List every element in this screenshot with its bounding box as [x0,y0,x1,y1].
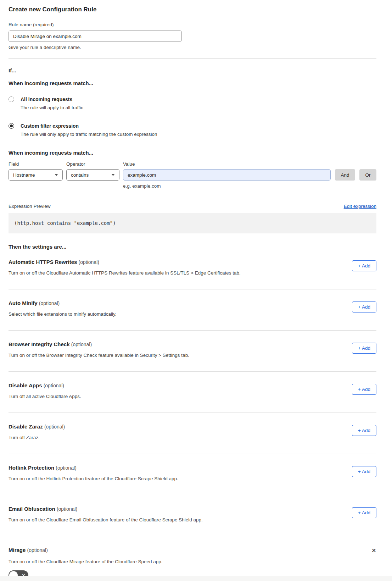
then-settings-heading: Then the settings are... [9,243,376,250]
setting-disable-zaraz: Disable Zaraz (optional) Turn off Zaraz.… [9,413,376,454]
setting-automatic-https-rewrites: Automatic HTTPS Rewrites (optional) Turn… [9,250,376,289]
setting-description: Turn on or off the Cloudflare Automatic … [9,270,241,276]
edit-expression-link[interactable]: Edit expression [344,203,376,209]
add-button[interactable]: + Add [352,425,376,436]
builder-heading: When incoming requests match... [9,149,376,156]
rule-name-helper: Give your rule a descriptive name. [9,45,376,50]
close-icon[interactable]: ✕ [371,548,376,554]
optional-tag: (optional) [71,342,92,347]
optional-tag: (optional) [56,465,76,471]
chevron-down-icon [55,174,58,176]
setting-browser-integrity-check: Browser Integrity Check (optional) Turn … [9,331,376,372]
optional-tag: (optional) [44,424,65,430]
setting-email-obfuscation: Email Obfuscation (optional) Turn on or … [9,495,376,536]
radio-label: Custom filter expression [21,123,157,129]
operator-select-value: contains [71,172,89,178]
field-label: Field [9,161,63,167]
radio-label: All incoming requests [21,96,83,103]
if-heading: If... [9,67,376,74]
expression-preview-code: (http.host contains "example.com") [9,213,376,233]
value-helper: e.g. example.com [123,183,376,189]
rule-name-label: Rule name (required) [9,22,376,28]
setting-description: Turn off all active Cloudflare Apps. [9,394,81,399]
create-configuration-rule-page: Create new Configuration Rule Rule name … [0,6,392,581]
setting-name: Auto Minify (optional) [9,300,116,306]
expression-preview-label: Expression Preview [9,203,51,209]
setting-name: Disable Apps (optional) [9,382,81,389]
chevron-down-icon [111,174,115,176]
add-button[interactable]: + Add [352,301,376,312]
rule-name-input[interactable] [9,31,182,42]
operator-label: Operator [66,161,119,167]
setting-description: Select which file extensions to minify a… [9,311,116,317]
field-select-value: Hostname [13,172,35,178]
setting-description: Turn on or off the Browser Integrity Che… [9,353,189,358]
operator-select[interactable]: contains [66,169,119,181]
setting-name: Hotlink Protection (optional) [9,465,178,471]
setting-description: Turn on or off the Cloudflare Email Obfu… [9,517,203,523]
footer-strip [0,576,392,581]
setting-description: Turn on or off the Cloudflare Mirage fea… [9,559,376,565]
add-button[interactable]: + Add [352,507,376,518]
radio-option-custom-filter[interactable]: Custom filter expression The rule will o… [9,123,376,137]
radio-selected-icon[interactable] [9,123,14,129]
setting-disable-apps: Disable Apps (optional) Turn off all act… [9,372,376,413]
add-button[interactable]: + Add [352,260,376,271]
add-button[interactable]: + Add [352,384,376,395]
radio-option-all-requests[interactable]: All incoming requests The rule will appl… [9,96,376,111]
and-button[interactable]: And [335,169,355,181]
value-label: Value [123,161,331,167]
page-title: Create new Configuration Rule [9,6,376,13]
section-divider [9,58,376,59]
setting-name: Disable Zaraz (optional) [9,424,65,430]
setting-description: Turn off Zaraz. [9,435,65,441]
optional-tag: (optional) [57,506,77,512]
setting-hotlink-protection: Hotlink Protection (optional) Turn on or… [9,454,376,495]
setting-name: Email Obfuscation (optional) [9,506,203,512]
add-button[interactable]: + Add [352,466,376,477]
or-button[interactable]: Or [359,169,376,181]
radio-description: The rule will only apply to traffic matc… [21,131,157,137]
optional-tag: (optional) [27,547,48,553]
value-input[interactable] [123,169,331,181]
setting-name: Mirage (optional) [9,547,48,553]
add-button[interactable]: + Add [352,343,376,354]
match-heading: When incoming requests match... [9,80,376,87]
radio-description: The rule will apply to all traffic [21,105,83,111]
radio-unselected-icon[interactable] [9,96,14,102]
field-select[interactable]: Hostname [9,169,63,181]
setting-description: Turn on or off the Hotlink Protection fe… [9,476,178,482]
expression-builder-row: Field Hostname Operator contains Value A… [9,161,376,181]
optional-tag: (optional) [79,259,99,265]
setting-mirage: Mirage (optional) ✕ Turn on or off the C… [9,536,376,581]
optional-tag: (optional) [44,383,64,388]
setting-auto-minify: Auto Minify (optional) Select which file… [9,289,376,331]
setting-name: Browser Integrity Check (optional) [9,341,189,348]
setting-name: Automatic HTTPS Rewrites (optional) [9,259,241,265]
optional-tag: (optional) [39,300,60,306]
